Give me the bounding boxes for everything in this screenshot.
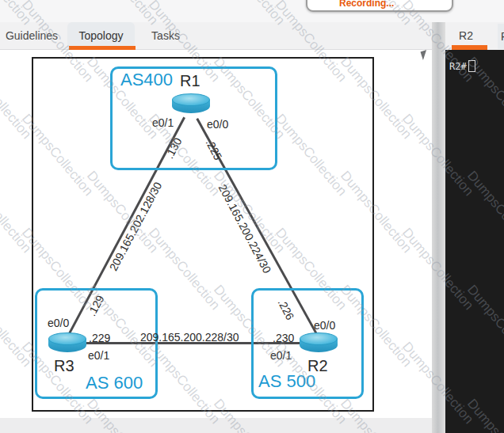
r1-interface-e01: e0/1 bbox=[152, 116, 174, 129]
subnet-label-r3-r2: 209.165.200.228/30 bbox=[140, 331, 239, 344]
router-top bbox=[172, 93, 210, 106]
topology-diagram: AS400 AS 600 AS 500 R1 R3 R2 e0/1 e0/0 e… bbox=[0, 0, 504, 433]
router-icon-r1[interactable] bbox=[172, 93, 210, 116]
router-top bbox=[300, 332, 338, 345]
router-r2-label: R2 bbox=[307, 357, 328, 375]
terminal-prompt: R2# bbox=[449, 61, 467, 72]
router-icon-r3[interactable] bbox=[48, 332, 86, 355]
top-dialog: Recording... bbox=[306, 0, 453, 12]
r2-ip-230: .230 bbox=[273, 332, 294, 344]
router-icon-r2[interactable] bbox=[300, 332, 338, 355]
as600-label: AS 600 bbox=[86, 373, 143, 393]
terminal-console[interactable]: R2# bbox=[445, 50, 504, 433]
lab-simulator-window: Recording... Guidelines Topology Tasks R… bbox=[0, 0, 504, 433]
r3-ip-229: .229 bbox=[89, 332, 110, 344]
terminal-prompt-line: R2# bbox=[449, 60, 475, 72]
router-top bbox=[48, 332, 86, 345]
r1-interface-e00: e0/0 bbox=[207, 118, 228, 131]
router-r3-label: R3 bbox=[54, 357, 74, 375]
r3-interface-e01: e0/1 bbox=[88, 349, 109, 362]
r2-interface-e00: e0/0 bbox=[314, 319, 335, 332]
terminal-cursor bbox=[468, 60, 475, 72]
as400-label: AS400 bbox=[120, 70, 173, 90]
r2-interface-e01: e0/1 bbox=[270, 349, 292, 362]
r3-interface-e00: e0/0 bbox=[48, 317, 69, 329]
top-dialog-text: Recording... bbox=[339, 0, 394, 9]
router-r1-label: R1 bbox=[180, 72, 200, 90]
